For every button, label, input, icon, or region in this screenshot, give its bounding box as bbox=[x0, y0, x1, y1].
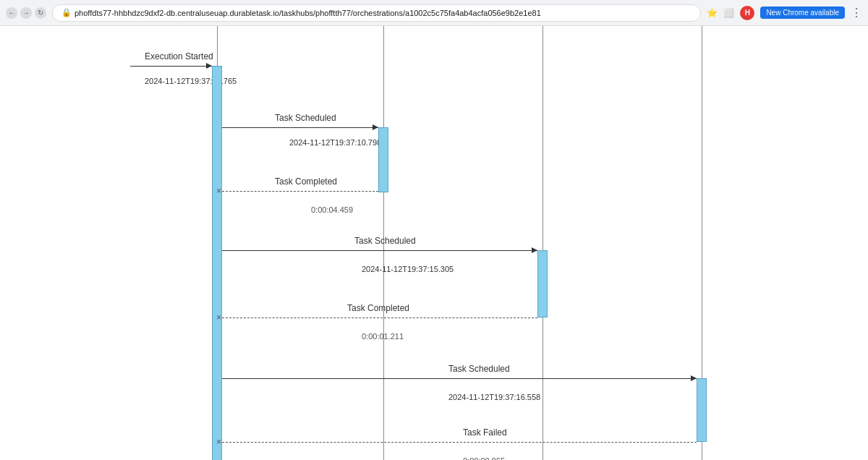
task-scheduled-1-arrow bbox=[222, 127, 378, 128]
task-scheduled-2-arrow bbox=[222, 250, 537, 251]
activation-box-orchestrator bbox=[212, 66, 222, 460]
activation-box-task1 bbox=[378, 127, 388, 192]
task-failed-return bbox=[222, 442, 697, 443]
address-bar[interactable]: 🔒 phoffdts77-hhbhdzc9dxf2-db.centraluseu… bbox=[52, 4, 701, 22]
activation-box-task3 bbox=[697, 378, 707, 442]
forward-button[interactable]: → bbox=[20, 7, 32, 19]
task-failed-duration: 0:00:00.065 bbox=[463, 456, 505, 460]
browser-controls: ← → ↻ bbox=[6, 7, 46, 19]
back-button[interactable]: ← bbox=[6, 7, 17, 19]
task-scheduled-3-timestamp: 2024-11-12T19:37:16.558 bbox=[448, 393, 540, 401]
browser-bar: ← → ↻ 🔒 phoffdts77-hhbhdzc9dxf2-db.centr… bbox=[0, 0, 868, 26]
task-completed-1-return bbox=[222, 191, 378, 192]
activation-box-task2 bbox=[537, 250, 548, 318]
task-completed-2-duration: 0:00:01.211 bbox=[362, 332, 404, 341]
diagram-container: Execution Started 2024-11-12T19:37:10.76… bbox=[0, 26, 868, 460]
task-scheduled-3-arrow bbox=[222, 378, 697, 379]
execution-started-timestamp: 2024-11-12T19:37:10.765 bbox=[145, 77, 237, 85]
task-scheduled-3-label: Task Scheduled bbox=[448, 364, 510, 374]
task-completed-1-label: Task Completed bbox=[275, 176, 337, 187]
lifeline-3 bbox=[542, 26, 543, 460]
task-scheduled-1-timestamp: 2024-11-12T19:37:10.798 bbox=[289, 138, 381, 147]
task-completed-1-duration: 0:00:04.459 bbox=[311, 205, 353, 214]
user-avatar: H bbox=[740, 6, 754, 20]
task-scheduled-2-label: Task Scheduled bbox=[354, 236, 416, 246]
refresh-button[interactable]: ↻ bbox=[35, 7, 46, 19]
task-completed-2-label: Task Completed bbox=[347, 303, 409, 313]
new-chrome-badge[interactable]: New Chrome available bbox=[760, 7, 845, 19]
execution-started-arrow bbox=[130, 66, 212, 67]
diagram-inner: Execution Started 2024-11-12T19:37:10.76… bbox=[72, 26, 796, 460]
url-text: phoffdts77-hhbhdzc9dxf2-db.centraluseuap… bbox=[75, 9, 541, 17]
execution-started-label: Execution Started bbox=[145, 51, 213, 61]
task-scheduled-1-label: Task Scheduled bbox=[275, 113, 336, 123]
task-scheduled-2-timestamp: 2024-11-12T19:37:15.305 bbox=[362, 265, 454, 273]
task-failed-label: Task Failed bbox=[463, 427, 507, 438]
task-completed-2-return bbox=[222, 318, 537, 318]
